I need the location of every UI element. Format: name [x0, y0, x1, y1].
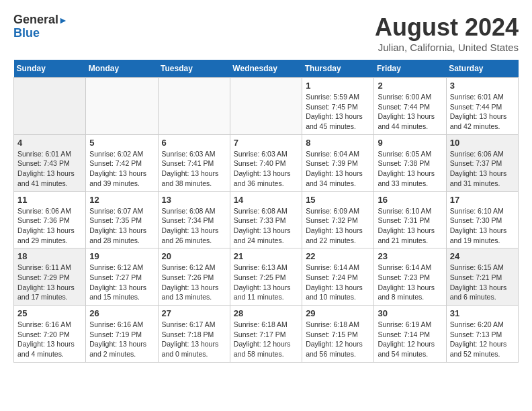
day-cell: 2Sunrise: 6:00 AM Sunset: 7:44 PM Daylig… — [374, 78, 446, 135]
day-cell: 31Sunrise: 6:20 AM Sunset: 7:13 PM Dayli… — [446, 306, 518, 363]
week-row-5: 25Sunrise: 6:16 AM Sunset: 7:20 PM Dayli… — [14, 306, 519, 363]
day-info: Sunrise: 6:03 AM Sunset: 7:41 PM Dayligh… — [162, 149, 226, 189]
day-info: Sunrise: 6:18 AM Sunset: 7:17 PM Dayligh… — [234, 320, 298, 359]
day-cell: 12Sunrise: 6:07 AM Sunset: 7:35 PM Dayli… — [86, 191, 158, 248]
day-number: 22 — [306, 251, 370, 261]
day-cell: 3Sunrise: 6:01 AM Sunset: 7:44 PM Daylig… — [446, 78, 518, 135]
day-number: 19 — [89, 251, 154, 261]
day-info: Sunrise: 6:09 AM Sunset: 7:32 PM Dayligh… — [306, 206, 370, 246]
logo-blue: Blue — [13, 26, 40, 40]
day-info: Sunrise: 6:01 AM Sunset: 7:43 PM Dayligh… — [17, 149, 82, 189]
day-info: Sunrise: 6:10 AM Sunset: 7:31 PM Dayligh… — [378, 206, 442, 246]
day-info: Sunrise: 6:04 AM Sunset: 7:39 PM Dayligh… — [306, 149, 370, 189]
day-number: 27 — [162, 308, 226, 318]
day-number: 17 — [450, 195, 515, 205]
day-number: 24 — [450, 251, 515, 261]
day-cell — [14, 78, 86, 135]
logo-general: General — [13, 13, 58, 26]
weekday-header-saturday: Saturday — [446, 60, 518, 78]
day-number: 4 — [17, 138, 82, 148]
week-row-3: 11Sunrise: 6:06 AM Sunset: 7:36 PM Dayli… — [14, 191, 519, 248]
day-cell: 11Sunrise: 6:06 AM Sunset: 7:36 PM Dayli… — [14, 191, 86, 248]
day-cell: 16Sunrise: 6:10 AM Sunset: 7:31 PM Dayli… — [374, 191, 446, 248]
day-cell: 27Sunrise: 6:17 AM Sunset: 7:18 PM Dayli… — [158, 306, 230, 363]
title-area: August 2024 Julian, California, United S… — [375, 13, 519, 53]
day-info: Sunrise: 6:02 AM Sunset: 7:42 PM Dayligh… — [89, 149, 154, 189]
day-cell: 19Sunrise: 6:12 AM Sunset: 7:27 PM Dayli… — [86, 248, 158, 306]
day-info: Sunrise: 5:59 AM Sunset: 7:45 PM Dayligh… — [306, 92, 370, 132]
day-info: Sunrise: 6:01 AM Sunset: 7:44 PM Dayligh… — [450, 92, 515, 132]
day-number: 6 — [162, 138, 226, 148]
day-cell: 9Sunrise: 6:05 AM Sunset: 7:38 PM Daylig… — [374, 134, 446, 191]
day-number: 11 — [17, 195, 82, 205]
day-number: 9 — [378, 138, 442, 148]
weekday-header-thursday: Thursday — [302, 60, 374, 78]
day-number: 21 — [234, 251, 298, 261]
day-cell: 24Sunrise: 6:15 AM Sunset: 7:21 PM Dayli… — [446, 248, 518, 306]
day-info: Sunrise: 6:03 AM Sunset: 7:40 PM Dayligh… — [234, 149, 298, 189]
weekday-header-tuesday: Tuesday — [158, 60, 230, 78]
day-cell: 25Sunrise: 6:16 AM Sunset: 7:20 PM Dayli… — [14, 306, 86, 363]
day-cell: 14Sunrise: 6:08 AM Sunset: 7:33 PM Dayli… — [230, 191, 302, 248]
day-cell: 5Sunrise: 6:02 AM Sunset: 7:42 PM Daylig… — [86, 134, 158, 191]
day-cell: 17Sunrise: 6:10 AM Sunset: 7:30 PM Dayli… — [446, 191, 518, 248]
day-number: 14 — [234, 195, 298, 205]
day-cell — [158, 78, 230, 135]
day-number: 28 — [234, 308, 298, 318]
day-info: Sunrise: 6:05 AM Sunset: 7:38 PM Dayligh… — [378, 149, 442, 189]
weekday-header-wednesday: Wednesday — [230, 60, 302, 78]
day-cell: 8Sunrise: 6:04 AM Sunset: 7:39 PM Daylig… — [302, 134, 374, 191]
day-info: Sunrise: 6:10 AM Sunset: 7:30 PM Dayligh… — [450, 206, 515, 246]
day-number: 29 — [306, 308, 370, 318]
day-info: Sunrise: 6:07 AM Sunset: 7:35 PM Dayligh… — [89, 206, 154, 246]
day-info: Sunrise: 6:19 AM Sunset: 7:14 PM Dayligh… — [378, 320, 442, 359]
day-info: Sunrise: 6:11 AM Sunset: 7:29 PM Dayligh… — [17, 263, 82, 302]
day-number: 26 — [89, 308, 154, 318]
week-row-2: 4Sunrise: 6:01 AM Sunset: 7:43 PM Daylig… — [14, 134, 519, 191]
day-number: 30 — [378, 308, 442, 318]
day-cell: 15Sunrise: 6:09 AM Sunset: 7:32 PM Dayli… — [302, 191, 374, 248]
day-number: 31 — [450, 308, 515, 318]
page-header: General► Blue August 2024 Julian, Califo… — [13, 13, 519, 53]
day-cell: 29Sunrise: 6:18 AM Sunset: 7:15 PM Dayli… — [302, 306, 374, 363]
day-cell: 22Sunrise: 6:14 AM Sunset: 7:24 PM Dayli… — [302, 248, 374, 306]
day-cell — [230, 78, 302, 135]
day-cell: 13Sunrise: 6:08 AM Sunset: 7:34 PM Dayli… — [158, 191, 230, 248]
day-info: Sunrise: 6:18 AM Sunset: 7:15 PM Dayligh… — [306, 320, 370, 359]
day-number: 20 — [162, 251, 226, 261]
day-cell: 30Sunrise: 6:19 AM Sunset: 7:14 PM Dayli… — [374, 306, 446, 363]
day-info: Sunrise: 6:15 AM Sunset: 7:21 PM Dayligh… — [450, 263, 515, 302]
day-info: Sunrise: 6:12 AM Sunset: 7:27 PM Dayligh… — [89, 263, 154, 302]
day-cell: 6Sunrise: 6:03 AM Sunset: 7:41 PM Daylig… — [158, 134, 230, 191]
day-number: 12 — [89, 195, 154, 205]
day-number: 13 — [162, 195, 226, 205]
day-number: 23 — [378, 251, 442, 261]
day-number: 7 — [234, 138, 298, 148]
day-cell: 20Sunrise: 6:12 AM Sunset: 7:26 PM Dayli… — [158, 248, 230, 306]
day-cell: 10Sunrise: 6:06 AM Sunset: 7:37 PM Dayli… — [446, 134, 518, 191]
calendar-table: SundayMondayTuesdayWednesdayThursdayFrid… — [13, 60, 519, 363]
weekday-header-monday: Monday — [86, 60, 158, 78]
weekday-header-row: SundayMondayTuesdayWednesdayThursdayFrid… — [14, 60, 519, 78]
day-number: 8 — [306, 138, 370, 148]
day-number: 2 — [378, 81, 442, 91]
day-number: 25 — [17, 308, 82, 318]
day-info: Sunrise: 6:08 AM Sunset: 7:33 PM Dayligh… — [234, 206, 298, 246]
day-info: Sunrise: 6:16 AM Sunset: 7:20 PM Dayligh… — [17, 320, 82, 359]
day-info: Sunrise: 6:14 AM Sunset: 7:23 PM Dayligh… — [378, 263, 442, 302]
day-info: Sunrise: 6:08 AM Sunset: 7:34 PM Dayligh… — [162, 206, 226, 246]
day-info: Sunrise: 6:14 AM Sunset: 7:24 PM Dayligh… — [306, 263, 370, 302]
day-number: 10 — [450, 138, 515, 148]
day-info: Sunrise: 6:06 AM Sunset: 7:36 PM Dayligh… — [17, 206, 82, 246]
day-cell — [86, 78, 158, 135]
day-number: 18 — [17, 251, 82, 261]
day-info: Sunrise: 6:20 AM Sunset: 7:13 PM Dayligh… — [450, 320, 515, 359]
week-row-1: 1Sunrise: 5:59 AM Sunset: 7:45 PM Daylig… — [14, 78, 519, 135]
day-info: Sunrise: 6:16 AM Sunset: 7:19 PM Dayligh… — [89, 320, 154, 359]
day-number: 1 — [306, 81, 370, 91]
week-row-4: 18Sunrise: 6:11 AM Sunset: 7:29 PM Dayli… — [14, 248, 519, 306]
day-cell: 28Sunrise: 6:18 AM Sunset: 7:17 PM Dayli… — [230, 306, 302, 363]
day-cell: 26Sunrise: 6:16 AM Sunset: 7:19 PM Dayli… — [86, 306, 158, 363]
day-number: 15 — [306, 195, 370, 205]
day-info: Sunrise: 6:13 AM Sunset: 7:25 PM Dayligh… — [234, 263, 298, 302]
